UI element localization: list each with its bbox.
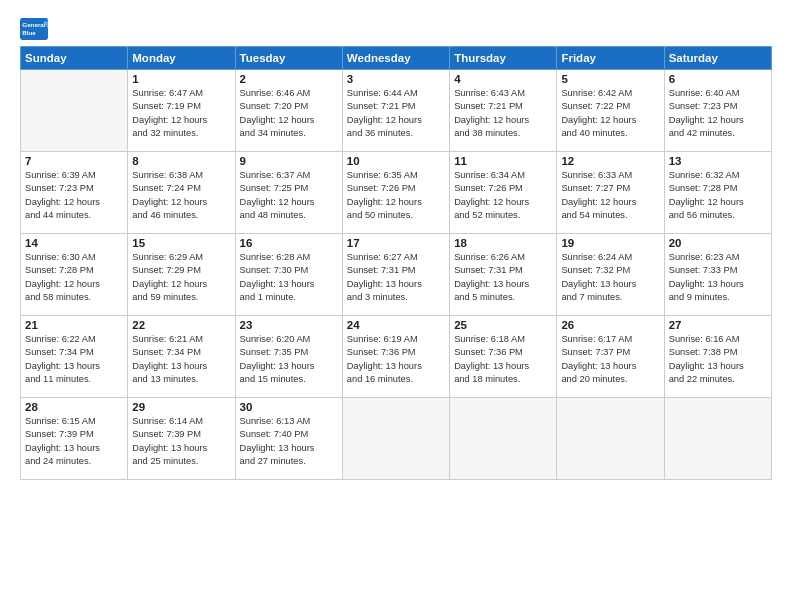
calendar-cell: 6Sunrise: 6:40 AMSunset: 7:23 PMDaylight… (664, 70, 771, 152)
day-number: 18 (454, 237, 552, 249)
day-detail: Sunrise: 6:20 AMSunset: 7:35 PMDaylight:… (240, 333, 338, 387)
day-number: 28 (25, 401, 123, 413)
day-number: 22 (132, 319, 230, 331)
day-detail: Sunrise: 6:14 AMSunset: 7:39 PMDaylight:… (132, 415, 230, 469)
weekday-header-friday: Friday (557, 47, 664, 70)
weekday-header-row: SundayMondayTuesdayWednesdayThursdayFrid… (21, 47, 772, 70)
day-number: 10 (347, 155, 445, 167)
calendar-cell (664, 398, 771, 480)
day-detail: Sunrise: 6:35 AMSunset: 7:26 PMDaylight:… (347, 169, 445, 223)
week-row-3: 14Sunrise: 6:30 AMSunset: 7:28 PMDayligh… (21, 234, 772, 316)
calendar-cell: 17Sunrise: 6:27 AMSunset: 7:31 PMDayligh… (342, 234, 449, 316)
day-detail: Sunrise: 6:44 AMSunset: 7:21 PMDaylight:… (347, 87, 445, 141)
day-detail: Sunrise: 6:26 AMSunset: 7:31 PMDaylight:… (454, 251, 552, 305)
calendar-cell: 15Sunrise: 6:29 AMSunset: 7:29 PMDayligh… (128, 234, 235, 316)
day-number: 27 (669, 319, 767, 331)
day-number: 6 (669, 73, 767, 85)
day-detail: Sunrise: 6:34 AMSunset: 7:26 PMDaylight:… (454, 169, 552, 223)
day-detail: Sunrise: 6:16 AMSunset: 7:38 PMDaylight:… (669, 333, 767, 387)
day-number: 11 (454, 155, 552, 167)
day-number: 16 (240, 237, 338, 249)
day-number: 2 (240, 73, 338, 85)
calendar-cell: 21Sunrise: 6:22 AMSunset: 7:34 PMDayligh… (21, 316, 128, 398)
calendar: SundayMondayTuesdayWednesdayThursdayFrid… (20, 46, 772, 480)
calendar-cell: 29Sunrise: 6:14 AMSunset: 7:39 PMDayligh… (128, 398, 235, 480)
day-number: 19 (561, 237, 659, 249)
day-detail: Sunrise: 6:42 AMSunset: 7:22 PMDaylight:… (561, 87, 659, 141)
weekday-header-sunday: Sunday (21, 47, 128, 70)
calendar-cell: 10Sunrise: 6:35 AMSunset: 7:26 PMDayligh… (342, 152, 449, 234)
calendar-cell: 2Sunrise: 6:46 AMSunset: 7:20 PMDaylight… (235, 70, 342, 152)
day-detail: Sunrise: 6:32 AMSunset: 7:28 PMDaylight:… (669, 169, 767, 223)
day-detail: Sunrise: 6:18 AMSunset: 7:36 PMDaylight:… (454, 333, 552, 387)
day-number: 29 (132, 401, 230, 413)
logo-icon: General Blue (20, 18, 48, 40)
logo: General Blue (20, 18, 50, 40)
day-number: 17 (347, 237, 445, 249)
day-detail: Sunrise: 6:13 AMSunset: 7:40 PMDaylight:… (240, 415, 338, 469)
calendar-cell (342, 398, 449, 480)
day-number: 5 (561, 73, 659, 85)
calendar-cell: 14Sunrise: 6:30 AMSunset: 7:28 PMDayligh… (21, 234, 128, 316)
day-detail: Sunrise: 6:39 AMSunset: 7:23 PMDaylight:… (25, 169, 123, 223)
calendar-cell: 11Sunrise: 6:34 AMSunset: 7:26 PMDayligh… (450, 152, 557, 234)
week-row-4: 21Sunrise: 6:22 AMSunset: 7:34 PMDayligh… (21, 316, 772, 398)
day-detail: Sunrise: 6:27 AMSunset: 7:31 PMDaylight:… (347, 251, 445, 305)
day-detail: Sunrise: 6:22 AMSunset: 7:34 PMDaylight:… (25, 333, 123, 387)
day-detail: Sunrise: 6:15 AMSunset: 7:39 PMDaylight:… (25, 415, 123, 469)
calendar-cell: 5Sunrise: 6:42 AMSunset: 7:22 PMDaylight… (557, 70, 664, 152)
week-row-5: 28Sunrise: 6:15 AMSunset: 7:39 PMDayligh… (21, 398, 772, 480)
calendar-cell: 12Sunrise: 6:33 AMSunset: 7:27 PMDayligh… (557, 152, 664, 234)
day-number: 4 (454, 73, 552, 85)
day-detail: Sunrise: 6:19 AMSunset: 7:36 PMDaylight:… (347, 333, 445, 387)
week-row-1: 1Sunrise: 6:47 AMSunset: 7:19 PMDaylight… (21, 70, 772, 152)
day-detail: Sunrise: 6:29 AMSunset: 7:29 PMDaylight:… (132, 251, 230, 305)
calendar-cell: 18Sunrise: 6:26 AMSunset: 7:31 PMDayligh… (450, 234, 557, 316)
day-number: 3 (347, 73, 445, 85)
calendar-cell: 22Sunrise: 6:21 AMSunset: 7:34 PMDayligh… (128, 316, 235, 398)
calendar-cell (21, 70, 128, 152)
day-detail: Sunrise: 6:47 AMSunset: 7:19 PMDaylight:… (132, 87, 230, 141)
day-number: 9 (240, 155, 338, 167)
svg-text:Blue: Blue (22, 29, 36, 36)
day-number: 30 (240, 401, 338, 413)
calendar-cell: 1Sunrise: 6:47 AMSunset: 7:19 PMDaylight… (128, 70, 235, 152)
calendar-cell: 7Sunrise: 6:39 AMSunset: 7:23 PMDaylight… (21, 152, 128, 234)
day-number: 1 (132, 73, 230, 85)
weekday-header-saturday: Saturday (664, 47, 771, 70)
calendar-cell: 4Sunrise: 6:43 AMSunset: 7:21 PMDaylight… (450, 70, 557, 152)
day-detail: Sunrise: 6:24 AMSunset: 7:32 PMDaylight:… (561, 251, 659, 305)
day-number: 26 (561, 319, 659, 331)
day-number: 20 (669, 237, 767, 249)
day-number: 14 (25, 237, 123, 249)
calendar-cell: 30Sunrise: 6:13 AMSunset: 7:40 PMDayligh… (235, 398, 342, 480)
calendar-cell: 27Sunrise: 6:16 AMSunset: 7:38 PMDayligh… (664, 316, 771, 398)
day-detail: Sunrise: 6:21 AMSunset: 7:34 PMDaylight:… (132, 333, 230, 387)
day-number: 25 (454, 319, 552, 331)
day-detail: Sunrise: 6:46 AMSunset: 7:20 PMDaylight:… (240, 87, 338, 141)
calendar-cell: 19Sunrise: 6:24 AMSunset: 7:32 PMDayligh… (557, 234, 664, 316)
weekday-header-thursday: Thursday (450, 47, 557, 70)
calendar-cell: 26Sunrise: 6:17 AMSunset: 7:37 PMDayligh… (557, 316, 664, 398)
svg-text:General: General (22, 21, 45, 28)
weekday-header-monday: Monday (128, 47, 235, 70)
calendar-cell: 3Sunrise: 6:44 AMSunset: 7:21 PMDaylight… (342, 70, 449, 152)
day-detail: Sunrise: 6:30 AMSunset: 7:28 PMDaylight:… (25, 251, 123, 305)
day-detail: Sunrise: 6:17 AMSunset: 7:37 PMDaylight:… (561, 333, 659, 387)
day-detail: Sunrise: 6:37 AMSunset: 7:25 PMDaylight:… (240, 169, 338, 223)
day-detail: Sunrise: 6:40 AMSunset: 7:23 PMDaylight:… (669, 87, 767, 141)
calendar-cell: 9Sunrise: 6:37 AMSunset: 7:25 PMDaylight… (235, 152, 342, 234)
day-detail: Sunrise: 6:38 AMSunset: 7:24 PMDaylight:… (132, 169, 230, 223)
calendar-cell: 24Sunrise: 6:19 AMSunset: 7:36 PMDayligh… (342, 316, 449, 398)
weekday-header-wednesday: Wednesday (342, 47, 449, 70)
day-number: 23 (240, 319, 338, 331)
week-row-2: 7Sunrise: 6:39 AMSunset: 7:23 PMDaylight… (21, 152, 772, 234)
day-number: 15 (132, 237, 230, 249)
day-number: 13 (669, 155, 767, 167)
weekday-header-tuesday: Tuesday (235, 47, 342, 70)
calendar-cell: 16Sunrise: 6:28 AMSunset: 7:30 PMDayligh… (235, 234, 342, 316)
day-number: 7 (25, 155, 123, 167)
day-detail: Sunrise: 6:28 AMSunset: 7:30 PMDaylight:… (240, 251, 338, 305)
day-number: 8 (132, 155, 230, 167)
day-number: 24 (347, 319, 445, 331)
